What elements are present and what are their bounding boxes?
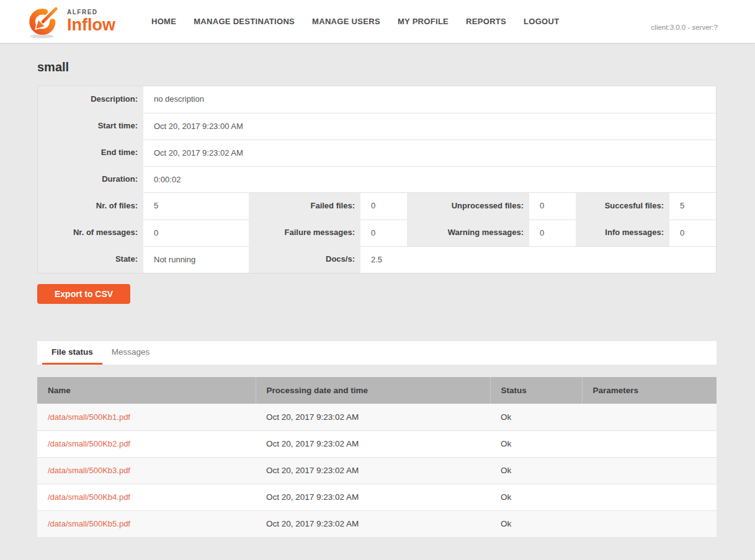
brand-name-top: ALFRED xyxy=(67,9,115,16)
start-time-label: Start time: xyxy=(38,113,143,140)
nr-of-messages-value: 0 xyxy=(143,220,249,246)
file-status: Ok xyxy=(490,510,582,537)
top-navigation-bar: ALFRED Inflow HOME MANAGE DESTINATIONS M… xyxy=(0,0,755,43)
end-time-label: End time: xyxy=(38,140,143,166)
nav-item-home[interactable]: HOME xyxy=(151,17,176,26)
file-link[interactable]: /data/small/500Kb4.pdf xyxy=(48,492,130,502)
tab-messages[interactable]: Messages xyxy=(102,341,159,365)
state-value: Not running xyxy=(143,246,249,273)
file-link[interactable]: /data/small/500Kb5.pdf xyxy=(48,519,130,528)
file-parameters xyxy=(582,430,717,457)
column-header-status: Status xyxy=(490,377,582,404)
file-status-table: Name Processing date and time Status Par… xyxy=(37,377,717,537)
duration-value: 0:00:02 xyxy=(143,166,716,193)
file-datetime: Oct 20, 2017 9:23:02 AM xyxy=(256,430,490,457)
results-tab-bar: File status Messages xyxy=(37,341,717,365)
nr-of-files-label: Nr. of files: xyxy=(38,193,143,220)
info-messages-label: Info messages: xyxy=(576,220,669,246)
page-title: small xyxy=(37,60,717,74)
file-datetime: Oct 20, 2017 9:23:02 AM xyxy=(256,484,490,510)
file-link[interactable]: /data/small/500Kb3.pdf xyxy=(48,466,130,475)
warning-messages-value: 0 xyxy=(529,220,576,246)
nav-item-reports[interactable]: REPORTS xyxy=(466,17,506,26)
table-row: /data/small/500Kb4.pdf Oct 20, 2017 9:23… xyxy=(37,484,717,510)
export-to-csv-button[interactable]: Export to CSV xyxy=(37,284,130,304)
file-datetime: Oct 20, 2017 9:23:02 AM xyxy=(256,510,490,537)
column-header-processing-date: Processing date and time xyxy=(256,377,490,404)
table-row: /data/small/500Kb5.pdf Oct 20, 2017 9:23… xyxy=(37,510,717,537)
nr-of-files-value: 5 xyxy=(143,193,249,220)
docs-per-second-label: Docs/s: xyxy=(249,246,360,273)
nr-of-messages-label: Nr. of messages: xyxy=(38,220,143,246)
main-content: small Description: no description Start … xyxy=(37,60,717,560)
state-label: State: xyxy=(38,246,143,273)
table-row: /data/small/500Kb1.pdf Oct 20, 2017 9:23… xyxy=(37,404,717,430)
info-messages-value: 0 xyxy=(669,220,716,246)
nav-item-manage-users[interactable]: MANAGE USERS xyxy=(312,17,380,26)
job-details-panel: Description: no description Start time: … xyxy=(37,86,717,273)
file-status: Ok xyxy=(490,484,582,510)
failed-files-label: Failed files: xyxy=(249,193,360,220)
file-parameters xyxy=(582,404,717,430)
description-label: Description: xyxy=(38,86,143,113)
description-value: no description xyxy=(143,86,716,113)
unprocessed-files-label: Unprocessed files: xyxy=(407,193,529,220)
client-server-version: client:3.0.0 - server:? xyxy=(651,24,718,31)
file-status: Ok xyxy=(490,404,582,430)
file-link[interactable]: /data/small/500Kb2.pdf xyxy=(48,439,130,448)
table-row: /data/small/500Kb2.pdf Oct 20, 2017 9:23… xyxy=(37,430,717,457)
file-status: Ok xyxy=(490,430,582,457)
failed-files-value: 0 xyxy=(360,193,407,220)
brand-logo[interactable]: ALFRED Inflow xyxy=(26,4,115,40)
column-header-name: Name xyxy=(37,377,256,404)
column-header-parameters: Parameters xyxy=(582,377,717,404)
file-datetime: Oct 20, 2017 9:23:02 AM xyxy=(256,457,490,484)
file-status: Ok xyxy=(490,457,582,484)
succesful-files-value: 5 xyxy=(669,193,716,220)
duration-label: Duration: xyxy=(38,166,143,193)
nav-item-logout[interactable]: LOGOUT xyxy=(524,17,559,26)
file-parameters xyxy=(582,510,717,537)
main-nav: HOME MANAGE DESTINATIONS MANAGE USERS MY… xyxy=(151,17,576,26)
warning-messages-label: Warning messages: xyxy=(407,220,529,246)
file-parameters xyxy=(582,457,717,484)
file-parameters xyxy=(582,484,717,510)
brand-name-main: Inflow xyxy=(67,17,115,33)
tab-file-status[interactable]: File status xyxy=(42,341,102,365)
succesful-files-label: Succesful files: xyxy=(576,193,669,220)
inflow-logo-icon xyxy=(26,4,63,40)
nav-item-my-profile[interactable]: MY PROFILE xyxy=(398,17,449,26)
end-time-value: Oct 20, 2017 9:23:02 AM xyxy=(143,140,716,166)
nav-item-manage-destinations[interactable]: MANAGE DESTINATIONS xyxy=(194,17,295,26)
start-time-value: Oct 20, 2017 9:23:00 AM xyxy=(143,113,716,140)
docs-per-second-value: 2.5 xyxy=(360,246,716,273)
table-header-row: Name Processing date and time Status Par… xyxy=(37,377,717,404)
table-row: /data/small/500Kb3.pdf Oct 20, 2017 9:23… xyxy=(37,457,717,484)
file-datetime: Oct 20, 2017 9:23:02 AM xyxy=(256,404,490,430)
failure-messages-value: 0 xyxy=(360,220,407,246)
unprocessed-files-value: 0 xyxy=(529,193,576,220)
file-link[interactable]: /data/small/500Kb1.pdf xyxy=(48,412,130,422)
failure-messages-label: Failure messages: xyxy=(249,220,360,246)
